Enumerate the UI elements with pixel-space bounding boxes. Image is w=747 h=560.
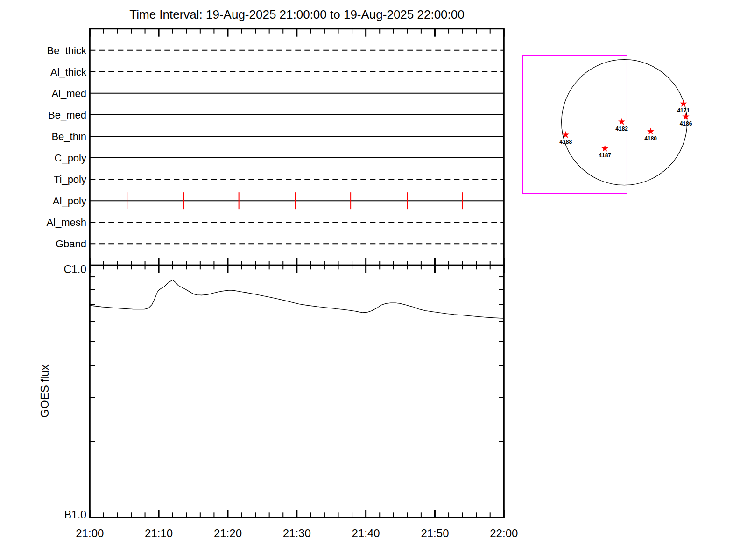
channel-label-Ti_poly: Ti_poly [54, 174, 86, 185]
xrt-timeline-screenshot: Time Interval: 19-Aug-2025 21:00:00 to 1… [0, 0, 747, 560]
channel-label-Al_med: Al_med [51, 88, 86, 99]
active-region-label-4171: 4171 [677, 107, 690, 114]
active-region-label-4187: 4187 [599, 152, 611, 159]
active-region-label-4182: 4182 [615, 126, 628, 132]
filters-panel-frame [90, 29, 504, 266]
channel-label-Be_thick: Be_thick [47, 45, 87, 56]
x-tick-label: 22:00 [490, 527, 518, 539]
active-region-label-4188: 4188 [559, 139, 572, 145]
channel-label-Be_thin: Be_thin [51, 131, 86, 142]
channel-label-Gband: Gband [56, 238, 86, 250]
x-tick-label: 21:50 [421, 527, 449, 539]
xrt-fov-box [523, 55, 627, 193]
channel-label-C_poly: C_poly [55, 152, 86, 164]
x-tick-label: 21:40 [352, 527, 380, 539]
active-region-label-4186: 4186 [680, 120, 692, 127]
solar-disk-circle [562, 60, 687, 185]
channel-label-Al_poly: Al_poly [53, 195, 86, 207]
x-tick-label: 21:00 [76, 527, 104, 539]
x-tick-label: 21:10 [145, 527, 173, 539]
goes-flux-curve [90, 280, 504, 318]
plot-svg: Be_thickAl_thickAl_medBe_medBe_thinC_pol… [0, 0, 747, 560]
active-region-label-4180: 4180 [644, 135, 657, 142]
active-region-star-4187 [601, 145, 608, 152]
x-tick-label: 21:20 [214, 527, 242, 539]
active-region-star-4171 [680, 100, 687, 106]
x-tick-label: 21:30 [283, 527, 311, 539]
channel-label-Al_thick: Al_thick [50, 66, 87, 78]
channel-label-Be_med: Be_med [48, 109, 86, 121]
active-region-star-4182 [618, 118, 625, 125]
goes-panel-frame [90, 265, 504, 518]
channel-label-Al_mesh: Al_mesh [46, 217, 86, 228]
active-region-star-4180 [647, 128, 654, 135]
